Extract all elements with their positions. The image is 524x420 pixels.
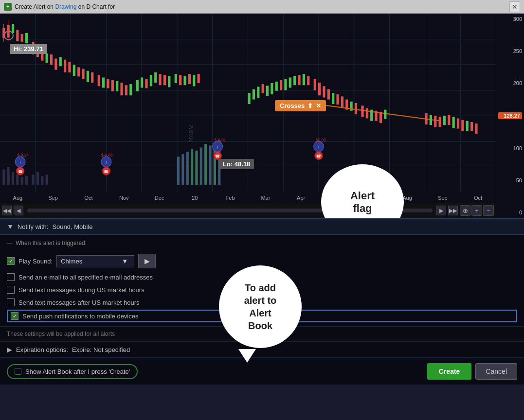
option-text-market-checkbox[interactable]	[7, 286, 15, 294]
svg-rect-114	[425, 113, 427, 124]
option-email-checkbox[interactable]	[7, 273, 15, 281]
chart-area: i	[0, 14, 524, 218]
svg-rect-50	[141, 77, 143, 88]
scroll-right-skip-button[interactable]: ▶▶	[448, 206, 458, 215]
svg-rect-33	[59, 57, 62, 66]
year-label: 2019 V.	[188, 124, 194, 142]
price-0: 0	[498, 210, 522, 215]
svg-rect-47	[125, 85, 127, 95]
svg-rect-67	[21, 177, 23, 185]
svg-rect-40	[91, 72, 93, 83]
notify-label: Notify with:	[18, 223, 49, 230]
svg-rect-88	[271, 83, 273, 94]
svg-rect-26	[25, 33, 28, 43]
svg-rect-116	[434, 116, 436, 127]
scroll-left-skip-button[interactable]: ◀◀	[2, 206, 12, 215]
svg-rect-109	[366, 108, 368, 119]
zoom-in-button[interactable]: +	[471, 205, 482, 216]
svg-rect-53	[154, 72, 157, 83]
svg-rect-57	[175, 74, 177, 83]
time-oct1: Oct	[71, 195, 107, 201]
svg-rect-115	[430, 115, 432, 125]
svg-rect-66	[16, 175, 18, 185]
svg-rect-60	[188, 74, 191, 84]
time-feb: Feb	[213, 195, 248, 201]
svg-text:☎: ☎	[215, 154, 220, 158]
svg-text:!: !	[19, 159, 21, 165]
svg-rect-59	[183, 76, 186, 85]
svg-rect-62	[198, 74, 200, 83]
svg-rect-25	[21, 34, 23, 42]
time-sep1: Sep	[36, 195, 71, 201]
scroll-right-button[interactable]: ▶	[436, 206, 446, 215]
scroll-left-button[interactable]: ◀	[14, 206, 23, 215]
svg-rect-23	[12, 24, 14, 33]
svg-rect-76	[191, 149, 193, 185]
svg-rect-112	[379, 112, 382, 123]
play-sound-checkbox[interactable]	[7, 257, 15, 265]
title-middle: on D Chart for	[76, 3, 115, 10]
svg-rect-51	[145, 79, 147, 88]
svg-rect-117	[439, 117, 441, 127]
crosshair-button[interactable]: ⊕	[460, 205, 470, 216]
notify-row: ▼ Notify with: Sound, Mobile	[0, 219, 524, 235]
svg-rect-64	[7, 167, 10, 185]
crosses-close-icon[interactable]: ✕	[316, 102, 321, 109]
svg-rect-95	[303, 74, 305, 85]
svg-text:☎: ☎	[18, 169, 23, 174]
price-50: 50	[498, 177, 522, 183]
notify-chevron-icon[interactable]: ▼	[7, 223, 14, 230]
svg-rect-87	[266, 86, 269, 96]
svg-rect-120	[452, 117, 455, 128]
zoom-out-button[interactable]: −	[483, 205, 494, 216]
svg-rect-54	[159, 74, 161, 85]
price-250: 250	[498, 48, 522, 54]
svg-rect-85	[257, 87, 259, 98]
svg-rect-119	[448, 115, 450, 125]
svg-rect-118	[443, 116, 446, 125]
sound-dropdown[interactable]: Chimes ▼	[56, 255, 134, 267]
option-push-checkbox[interactable]	[11, 312, 18, 320]
svg-rect-45	[116, 81, 118, 91]
create-button[interactable]: Create	[427, 363, 472, 380]
option-push-label: Send push notifications to mobile device…	[22, 313, 138, 320]
price-100: 100	[498, 145, 522, 151]
show-alert-book-button[interactable]: Show Alert Book after I press 'Create'	[7, 364, 138, 379]
close-button[interactable]: ✕	[509, 1, 520, 12]
time-axis: Aug Sep Oct Nov Dec 20 Feb Mar Apr May A…	[0, 192, 496, 203]
bottom-bar: Show Alert Book after I press 'Create' C…	[0, 358, 524, 385]
option-text-after-checkbox[interactable]	[7, 298, 15, 306]
svg-rect-123	[466, 121, 469, 131]
bottom-buttons: Create Cancel	[427, 363, 517, 380]
play-sound-label: Play Sound:	[18, 258, 53, 265]
svg-rect-68	[25, 176, 28, 185]
show-alert-book-checkbox[interactable]	[15, 368, 21, 375]
title-prefix: Create Alert on	[15, 3, 55, 10]
svg-text:$-0.24: $-0.24	[17, 153, 29, 158]
crosses-badge[interactable]: Crosses ⬆ ✕	[275, 100, 326, 111]
svg-rect-39	[87, 71, 89, 82]
svg-text:$0.03: $0.03	[316, 138, 326, 142]
svg-rect-55	[163, 75, 166, 85]
svg-rect-56	[168, 76, 170, 87]
play-sound-button[interactable]: ▶	[138, 254, 156, 268]
svg-rect-121	[457, 119, 459, 129]
app-icon: ✦	[4, 3, 12, 11]
svg-rect-63	[2, 170, 5, 185]
time-20: 20	[177, 195, 213, 201]
svg-rect-24	[16, 30, 18, 41]
svg-rect-80	[209, 145, 211, 185]
crosses-label: Crosses	[280, 102, 305, 109]
cancel-button[interactable]: Cancel	[475, 363, 517, 380]
option-text-market-label: Send text messages during US market hour…	[18, 286, 145, 294]
expiration-label: Expiration options:	[16, 346, 68, 353]
svg-rect-49	[136, 80, 139, 91]
svg-rect-108	[361, 105, 363, 117]
svg-rect-43	[107, 79, 109, 88]
time-sep2: Sep	[425, 195, 460, 201]
expiration-chevron-icon[interactable]: ▶	[7, 346, 12, 353]
current-price-badge: 128.27	[498, 112, 522, 119]
svg-line-107	[308, 103, 440, 121]
svg-rect-38	[82, 69, 84, 79]
svg-rect-97	[314, 79, 316, 90]
